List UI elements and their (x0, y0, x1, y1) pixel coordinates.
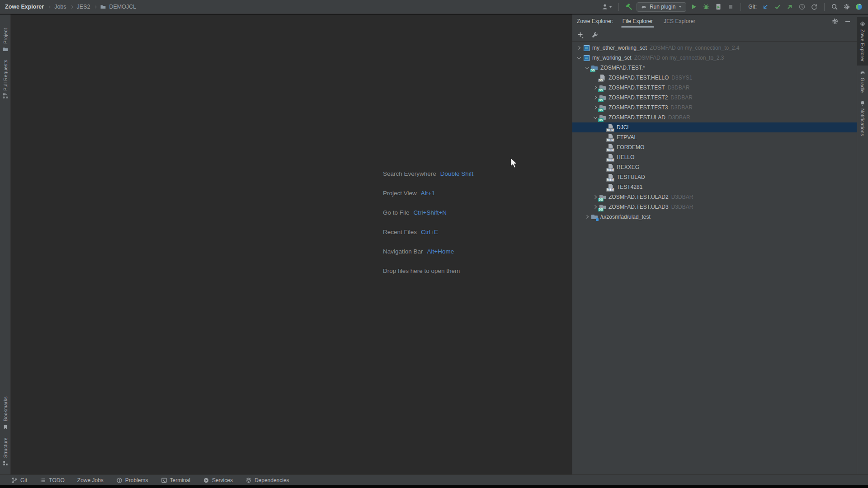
tree-node-secondary-label: D3DBAR (670, 104, 693, 111)
toolbar-separator (618, 3, 619, 11)
user-menu-button[interactable] (601, 2, 613, 12)
run-icon (690, 3, 698, 10)
tool-stripe-button-zowe-explorer[interactable]: Zowe Explorer (857, 17, 868, 66)
tree-row[interactable]: DSZOSMFAD.TEST.ULAD2D3DBAR (572, 192, 857, 202)
git-update-button[interactable] (761, 2, 770, 12)
tree-row[interactable]: MEMHELLO (572, 152, 857, 162)
tree-row[interactable]: MEMETPVAL (572, 132, 857, 142)
breadcrumb: Zowe ExplorerJobsJES2DEMOJCL (5, 4, 137, 10)
bottom-bar-button-services[interactable]: Services (202, 475, 234, 485)
build-button[interactable] (624, 2, 633, 12)
git-label: Git: (748, 4, 757, 10)
chevron-collapsed-icon[interactable] (575, 44, 583, 52)
gradle-icon (641, 4, 647, 10)
zowe-profile-button[interactable] (854, 2, 863, 12)
git-commit-button[interactable] (773, 2, 782, 12)
pull-request-icon (2, 93, 9, 99)
icon-badge: MEM (606, 188, 614, 192)
tool-window-title: Zowe Explorer: (577, 18, 613, 24)
run-button[interactable] (689, 2, 698, 12)
dataset-icon: DS (599, 84, 606, 91)
hammer-icon (625, 3, 632, 10)
tree-row[interactable]: MEMREXXEG (572, 162, 857, 172)
structure-icon (2, 460, 9, 466)
sequential-dataset-icon: DS (599, 74, 606, 81)
run-with-coverage-icon (715, 3, 722, 10)
icon-badge: DS (598, 99, 604, 102)
tree-node-label: ETPVAL (617, 134, 637, 141)
tool-stripe-button-notifications[interactable]: Notifications (857, 96, 868, 140)
tree-row[interactable]: DSZOSMFAD.TEST.TESTD3DBAR (572, 83, 857, 93)
tree-row[interactable]: my_working_setZOSMFAD on my_connection_t… (572, 53, 857, 63)
breadcrumb-item[interactable]: JES2 (76, 4, 91, 10)
gear-icon (843, 3, 850, 10)
bottom-bar-button-git[interactable]: Git (10, 475, 28, 485)
git-push-button[interactable] (785, 2, 794, 12)
tree-node-label: REXXEG (617, 164, 639, 170)
icon-badge: DS (598, 198, 604, 202)
tab-jes-explorer[interactable]: JES Explorer (664, 14, 695, 28)
tree-row[interactable]: DSZOSMFAD.TEST.TEST3D3DBAR (572, 103, 857, 113)
tree-row[interactable]: DSZOSMFAD.TEST.HELLOD3SYS1 (572, 73, 857, 83)
tool-stripe-button-pull-requests[interactable]: Pull Requests (0, 56, 10, 103)
editor-shortcuts-hint: Search EverywhereDouble ShiftProject Vie… (383, 169, 473, 276)
icon-badge: MEM (606, 168, 614, 172)
shortcut-keys: Alt+Home (427, 248, 454, 255)
tree-node-secondary-label: ZOSMFAD on my_connection_to_2.3 (634, 55, 724, 61)
tool-stripe-label: Bookmarks (3, 396, 8, 421)
search-everywhere-button[interactable] (830, 2, 839, 12)
git-history-button[interactable] (797, 2, 807, 12)
breadcrumb-item[interactable]: DEMOJCL (108, 4, 137, 10)
git-rollback-button[interactable] (810, 2, 819, 12)
shortcut-hint-row: Recent FilesCtrl+E (383, 227, 473, 237)
tool-stripe-button-structure[interactable]: Structure (0, 434, 10, 470)
commit-check-icon (774, 3, 781, 10)
tree-row[interactable]: DSZOSMFAD.TEST.* (572, 63, 857, 73)
tree-node-secondary-label: D3DBAR (668, 114, 690, 121)
icon-badge: DS (598, 89, 604, 92)
tree-row[interactable]: MEMDJCL (572, 122, 857, 132)
run-configuration-select[interactable]: Run plugin (637, 2, 686, 12)
tree-node-label: my_working_set (592, 55, 632, 61)
folder-icon (100, 4, 106, 10)
bottom-bar-button-problems[interactable]: Problems (115, 475, 150, 485)
panel-settings-button[interactable] (590, 30, 599, 40)
todo-list-icon (40, 477, 46, 483)
tool-window-settings-button[interactable] (830, 16, 840, 26)
settings-button[interactable] (842, 2, 851, 12)
tree-row[interactable]: my_other_working_setZOSMFAD on my_connec… (572, 43, 857, 53)
tree-row[interactable]: DSZOSMFAD.TEST.ULADD3DBAR (572, 113, 857, 122)
git-branch-icon (11, 477, 18, 483)
tree-row[interactable]: MEMFORDEMO (572, 142, 857, 152)
bottom-bar-button-terminal[interactable]: Terminal (160, 475, 192, 485)
tool-stripe-button-bookmarks[interactable]: Bookmarks (0, 393, 10, 433)
tree-node-secondary-label: ZOSMFAD on my_connection_to_2.4 (650, 45, 740, 51)
caret-down-icon (609, 5, 613, 9)
dataset-icon: DS (599, 193, 606, 201)
add-working-set-button[interactable] (576, 30, 585, 40)
breadcrumb-item[interactable]: Jobs (54, 4, 66, 10)
tool-stripe-button-gradle[interactable]: Gradle (857, 66, 868, 96)
coverage-button[interactable] (714, 2, 723, 12)
gear-icon (831, 18, 839, 25)
chevron-expanded-icon[interactable] (575, 54, 583, 61)
icon-badge: DS (590, 69, 595, 72)
search-icon (831, 3, 838, 10)
bottom-bar-button-dependencies[interactable]: Dependencies (244, 475, 291, 485)
debug-button[interactable] (702, 2, 711, 12)
shortcut-hint-row: Navigation BarAlt+Home (383, 246, 473, 256)
bottom-bar-button-todo[interactable]: TODO (38, 475, 66, 485)
tree-row[interactable]: MEMTEST4281 (572, 182, 857, 192)
member-icon: MEM (607, 134, 614, 141)
bottom-bar-button-zowe-jobs[interactable]: Zowe Jobs (76, 475, 105, 485)
tool-window-minimize-button[interactable] (843, 16, 852, 26)
tree-row[interactable]: /u/zosmfad/ulad_test (572, 212, 857, 222)
tool-stripe-button-project[interactable]: Project (0, 24, 10, 56)
breadcrumb-item[interactable]: Zowe Explorer (5, 4, 44, 10)
stop-button[interactable] (726, 2, 735, 12)
tree-row[interactable]: DSZOSMFAD.TEST.ULAD3D3DBAR (572, 202, 857, 212)
tree-row[interactable]: MEMTESTULAD (572, 172, 857, 182)
chevron-collapsed-icon[interactable] (583, 213, 591, 221)
tree-row[interactable]: DSZOSMFAD.TEST.TEST2D3DBAR (572, 93, 857, 103)
tab-file-explorer[interactable]: File Explorer (623, 14, 653, 28)
